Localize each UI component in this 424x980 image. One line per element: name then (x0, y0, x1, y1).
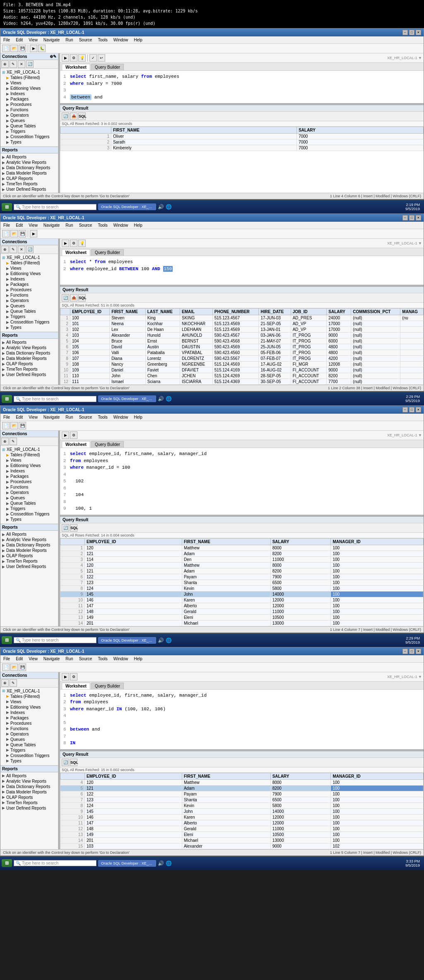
minimize-btn-1[interactable]: − (402, 30, 408, 35)
tree-types-2[interactable]: ▶ Types (0, 325, 58, 330)
maximize-btn-1[interactable]: □ (409, 30, 414, 35)
open-btn-1[interactable]: 📂 (10, 45, 18, 52)
menu-window-4[interactable]: Window (112, 656, 130, 661)
tree-functions-2[interactable]: ▶ Functions (0, 292, 58, 298)
tab-worksheet-2[interactable]: Worksheet (62, 249, 90, 256)
sidebar-btn-3[interactable]: ✕ (18, 60, 25, 68)
tree-indexes-3[interactable]: ▶ Indexes (0, 468, 58, 474)
close-btn-3[interactable]: ✕ (416, 407, 421, 412)
save-btn-1[interactable]: 💾 (19, 45, 26, 52)
save-btn-2[interactable]: 💾 (19, 230, 26, 237)
tree-packages-1[interactable]: ▶ Packages (0, 96, 58, 102)
menu-navigate-4[interactable]: Navigate (42, 656, 61, 661)
menu-view-1[interactable]: View (27, 37, 39, 43)
tree-ddreports-3[interactable]: ▶Data Dictionary Reports (0, 542, 58, 548)
tree-functions-3[interactable]: ▶ Functions (0, 484, 58, 490)
tree-triggers-3[interactable]: ▶ Triggers (0, 506, 58, 511)
tree-ttreports-3[interactable]: ▶TimeTen Reports (0, 558, 58, 564)
explain-btn-2[interactable]: 💡 (78, 240, 86, 247)
tree-editviews-4[interactable]: ▶Editioning Views (0, 704, 58, 710)
run-script-btn-1[interactable]: ⚙ (70, 54, 77, 62)
tree-dmreports-4[interactable]: ▶Data Modeler Reports (0, 789, 58, 795)
save-btn-4[interactable]: 💾 (19, 664, 26, 671)
search-bar-4[interactable]: 🔍 Type here to search (14, 860, 96, 866)
sql-editor-2[interactable]: 1select * from employees 2where employee… (60, 256, 424, 285)
debug-btn-1[interactable]: 🐛 (38, 45, 46, 52)
menu-tools-2[interactable]: Tools (96, 223, 108, 228)
tree-ttreports-2[interactable]: ▶ TimeTen Reports (0, 367, 58, 372)
menu-source-2[interactable]: Source (78, 223, 94, 228)
tree-functions-4[interactable]: ▶Functions (0, 726, 58, 731)
menu-view-2[interactable]: View (27, 223, 39, 228)
maximize-btn-2[interactable]: □ (409, 215, 414, 220)
sidebar-btn-9[interactable]: ⊕ (1, 438, 9, 445)
menu-tools-3[interactable]: Tools (96, 415, 108, 420)
start-button-4[interactable]: ⊞ (2, 859, 12, 867)
tree-allreports-4[interactable]: ▶All Reports (0, 773, 58, 779)
tree-procedures-3[interactable]: ▶ Procedures (0, 479, 58, 484)
tree-procedures-1[interactable]: ▶ Procedures (0, 102, 58, 107)
sql-editor-3[interactable]: 1select employee_id, first_name, salary,… (60, 448, 424, 515)
sql-editor-1[interactable]: 1select first_name, salary from employee… (60, 71, 424, 103)
new-btn-2[interactable]: 📄 (2, 230, 10, 237)
tree-connection-2[interactable]: ⊞ XE_HR_LOCAL-1 (0, 255, 58, 260)
tree-udreports-2[interactable]: ▶ User Defined Reports (0, 372, 58, 377)
tree-views-1[interactable]: ▶ Views (0, 80, 58, 86)
new-btn-1[interactable]: 📄 (2, 45, 10, 52)
menu-run-2[interactable]: Run (64, 223, 74, 228)
new-btn-3[interactable]: 📄 (2, 422, 10, 429)
tree-indexes-4[interactable]: ▶Indexes (0, 710, 58, 715)
menu-help-2[interactable]: Help (132, 223, 144, 228)
menu-view-3[interactable]: View (27, 415, 39, 420)
tree-procedures-4[interactable]: ▶Procedures (0, 721, 58, 726)
refresh-btn-3[interactable]: 🔄 (62, 524, 69, 532)
start-button-2[interactable]: ⊞ (2, 395, 12, 403)
tree-ttreports-1[interactable]: ▶ TimeTen Reports (0, 181, 58, 187)
menu-view-4[interactable]: View (27, 656, 39, 661)
menu-tools-1[interactable]: Tools (96, 37, 108, 43)
menu-source-4[interactable]: Source (78, 656, 94, 661)
tree-udreports-3[interactable]: ▶User Defined Reports (0, 564, 58, 569)
search-bar-2[interactable]: 🔍 Type here to search (14, 396, 96, 402)
open-btn-3[interactable]: 📂 (10, 422, 18, 429)
task-oracle-2[interactable]: Oracle SQL Developer : XE_HR (98, 395, 156, 402)
tree-tables-4[interactable]: ▶Tables (Filtered) (0, 694, 58, 699)
minimize-btn-3[interactable]: − (402, 407, 408, 412)
tree-triggers-1[interactable]: ▶ Triggers (0, 129, 58, 134)
tree-queuetables-4[interactable]: ▶Queue Tables (0, 742, 58, 748)
tree-tables-1[interactable]: ▶ Tables (Filtered) (0, 75, 58, 80)
tree-udreports-1[interactable]: ▶ User Defined Reports (0, 187, 58, 192)
tree-types-3[interactable]: ▶ Types (0, 517, 58, 522)
menu-edit-4[interactable]: Edit (14, 656, 24, 661)
tree-indexes-1[interactable]: ▶ Indexes (0, 91, 58, 96)
tree-dmreports-1[interactable]: ▶ Data Modeler Reports (0, 170, 58, 176)
tree-procedures-2[interactable]: ▶ Procedures (0, 287, 58, 292)
menu-edit-1[interactable]: Edit (14, 37, 24, 43)
tree-analyticreports-1[interactable]: ▶ Analytic View Reports (0, 160, 58, 165)
menu-source-1[interactable]: Source (78, 37, 94, 43)
tree-indexes-2[interactable]: ▶ Indexes (0, 276, 58, 282)
sidebar-btn-8[interactable]: 🔄 (26, 246, 34, 253)
tree-allreports-1[interactable]: ▶ All Reports (0, 154, 58, 160)
tree-editviews-1[interactable]: ▶ Editioning Views (0, 86, 58, 91)
search-bar-3[interactable]: 🔍 Type here to search (14, 637, 96, 643)
menu-run-1[interactable]: Run (64, 37, 74, 43)
explain-btn-1[interactable]: 💡 (78, 54, 86, 62)
task-oracle-1[interactable]: Oracle SQL Developer : XE_HR (98, 204, 156, 210)
menu-tools-4[interactable]: Tools (96, 656, 108, 661)
sidebar-btn-10[interactable]: ✎ (10, 438, 17, 445)
menu-file-1[interactable]: File (2, 37, 11, 43)
refresh-btn-2[interactable]: 🔄 (62, 294, 69, 302)
menu-window-3[interactable]: Window (112, 415, 130, 420)
menu-run-4[interactable]: Run (64, 656, 74, 661)
tree-types-1[interactable]: ▶ Types (0, 139, 58, 145)
tree-connection-3[interactable]: ⊞ XE_HR_LOCAL-1 (0, 447, 58, 452)
tree-ddreports-2[interactable]: ▶ Data Dictionary Reports (0, 350, 58, 356)
tree-functions-1[interactable]: ▶ Functions (0, 107, 58, 113)
tree-allreports-2[interactable]: ▶ All Reports (0, 340, 58, 345)
tab-worksheet-1[interactable]: Worksheet (62, 64, 90, 70)
sidebar-btn-5[interactable]: ⊕ (1, 246, 9, 253)
tree-analyticreports-4[interactable]: ▶Analytic View Reports (0, 779, 58, 784)
tree-operators-2[interactable]: ▶ Operators (0, 298, 58, 303)
tree-ddreports-1[interactable]: ▶ Data Dictionary Reports (0, 165, 58, 170)
